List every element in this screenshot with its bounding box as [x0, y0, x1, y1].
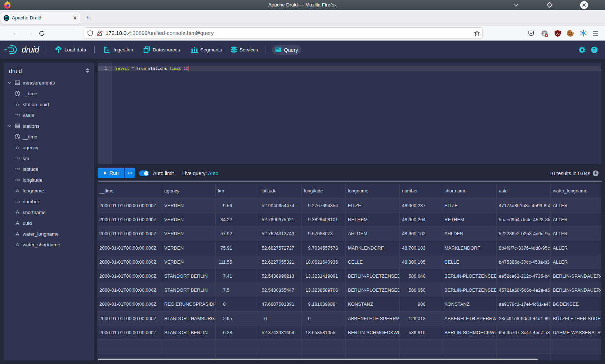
svg-text:123: 123 [15, 157, 20, 160]
svg-text:A: A [16, 231, 19, 237]
svg-text:UO: UO [556, 32, 560, 35]
svg-text:A: A [16, 188, 19, 194]
svg-text:A: A [16, 145, 19, 150]
svg-text:123: 123 [15, 168, 20, 171]
svg-text:A: A [16, 209, 19, 215]
svg-text:A: A [16, 220, 19, 226]
svg-text:?: ? [593, 47, 596, 52]
svg-text:A: A [16, 101, 19, 107]
svg-text:A: A [16, 242, 19, 247]
svg-text:123: 123 [15, 178, 20, 182]
svg-text:123: 123 [15, 200, 20, 203]
svg-text:123: 123 [15, 114, 20, 117]
